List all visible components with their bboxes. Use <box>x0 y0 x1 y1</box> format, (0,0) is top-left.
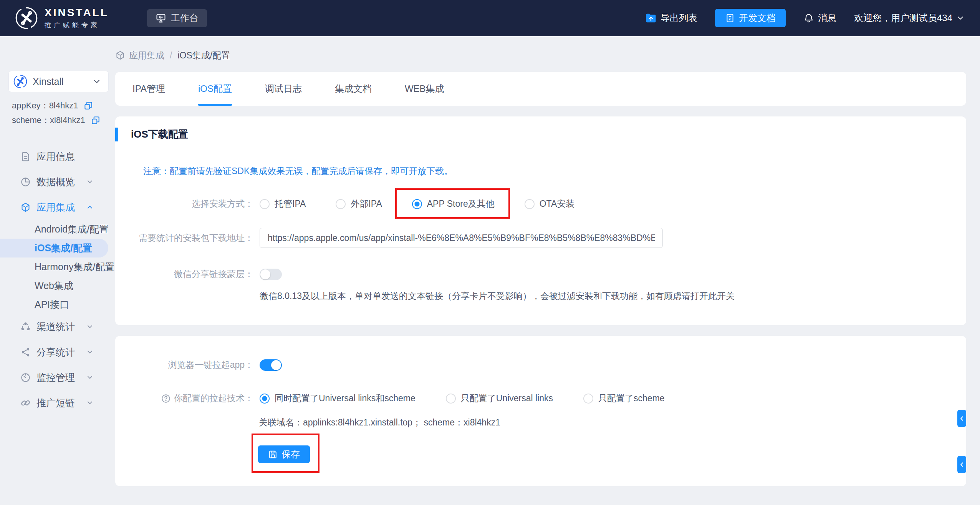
browser-launch-toggle[interactable] <box>260 359 282 371</box>
launch-tech-row: 你配置的拉起技术： 同时配置了Universal links和scheme 只配… <box>115 392 966 404</box>
sidebar: Xinstall appKey： 8l4hkz1 <box>0 36 115 486</box>
radio-label: 只配置了scheme <box>598 392 665 404</box>
save-button[interactable]: 保存 <box>258 445 310 463</box>
tabs-bar: IPA管理 iOS配置 调试日志 集成文档 WEB集成 <box>115 72 966 106</box>
sidebar-subitem-label: Android集成/配置 <box>35 223 109 236</box>
radio-ota[interactable]: OTA安装 <box>525 198 575 210</box>
sidebar-item-ios-integration[interactable]: iOS集成/配置 <box>0 239 108 257</box>
user-greeting: 欢迎您，用户测试员434 <box>854 12 952 24</box>
tab-web-integration[interactable]: WEB集成 <box>405 72 444 106</box>
sidebar-item-label: 分享统计 <box>36 346 75 359</box>
launch-tech-radios: 同时配置了Universal links和scheme 只配置了Universa… <box>260 392 665 404</box>
sidebar-subitem-label: Web集成 <box>35 279 73 292</box>
wechat-mask-toggle[interactable] <box>260 269 282 280</box>
sidebar-item-label: 数据概览 <box>36 176 75 188</box>
brand-logo[interactable]: XINSTALL 推广赋能专家 <box>14 5 109 31</box>
radio-label: 外部IPA <box>351 198 382 210</box>
navbar-right: 导出列表 开发文档 消息 欢迎您，用户测试员434 <box>645 9 965 27</box>
breadcrumb-current: iOS集成/配置 <box>177 50 230 61</box>
breadcrumb-separator: / <box>170 50 172 61</box>
sidebar-menu: 应用信息 数据概览 <box>0 144 115 415</box>
save-button-wrap: 保存 <box>258 445 310 463</box>
export-list-label: 导出列表 <box>661 12 697 24</box>
launch-tech-label-wrap: 你配置的拉起技术： <box>115 392 253 404</box>
radio-external-ipa[interactable]: 外部IPA <box>336 198 382 210</box>
page: XINSTALL 推广赋能专家 工作台 导出列表 <box>0 0 980 505</box>
messages-button[interactable]: 消息 <box>803 12 836 24</box>
sidebar-item-channel-stats[interactable]: 渠道统计 <box>0 314 115 339</box>
workbench-button[interactable]: 工作台 <box>147 9 207 27</box>
user-menu[interactable]: 欢迎您，用户测试员434 <box>854 12 965 24</box>
save-label: 保存 <box>281 448 300 460</box>
card-header: iOS下载配置 <box>115 116 966 152</box>
download-url-input[interactable] <box>260 228 663 248</box>
collapse-panel-button[interactable] <box>957 410 966 427</box>
radio-circle-icon <box>260 199 270 209</box>
question-circle-icon[interactable] <box>161 394 171 404</box>
wechat-mask-description: 微信8.0.13及以上版本，单对单发送的文本链接（分享卡片不受影响），会被过滤安… <box>260 290 966 302</box>
sidebar-item-app-integration[interactable]: 应用集成 <box>0 194 115 220</box>
dev-docs-label: 开发文档 <box>739 12 776 24</box>
app-selector-value: Xinstall <box>33 76 64 87</box>
bell-icon <box>803 13 814 23</box>
sidebar-item-label: 应用信息 <box>36 150 75 163</box>
radio-circle-icon <box>525 199 535 209</box>
launch-tech-label: 你配置的拉起技术： <box>174 392 253 404</box>
chevron-down-icon <box>86 323 94 331</box>
tab-ipa-manage[interactable]: IPA管理 <box>132 72 165 106</box>
scheme-label: scheme： <box>12 115 50 126</box>
radio-circle-icon <box>446 394 456 404</box>
associated-domain-text: 关联域名：applinks:8l4hkz1.xinstall.top； sche… <box>259 417 966 429</box>
radio-universal-only[interactable]: 只配置了Universal links <box>446 392 553 404</box>
xinstall-logo-icon <box>14 5 39 31</box>
sidebar-item-web-integration[interactable]: Web集成 <box>0 276 115 295</box>
breadcrumb: 应用集成 / iOS集成/配置 <box>115 49 966 62</box>
export-list-button[interactable]: 导出列表 <box>645 12 697 24</box>
sidebar-item-harmony-integration[interactable]: Harmony集成/配置 <box>0 257 115 276</box>
accent-bar <box>115 128 118 141</box>
copy-appkey-icon[interactable] <box>83 101 93 111</box>
ios-download-config-card: iOS下载配置 注意：配置前请先验证SDK集成效果无误，配置完成后请保存，即可开… <box>115 116 966 325</box>
sidebar-item-monitor[interactable]: 监控管理 <box>0 365 115 390</box>
chevron-up-icon <box>86 203 94 211</box>
radio-label: 同时配置了Universal links和scheme <box>275 392 416 404</box>
app-keys: appKey： 8l4hkz1 scheme： xi8l4hkz1 <box>12 98 115 128</box>
browser-launch-label: 浏览器一键拉起app： <box>115 359 253 371</box>
sidebar-item-data-overview[interactable]: 数据概览 <box>0 169 115 194</box>
sidebar-item-short-link[interactable]: 推广短链 <box>0 390 115 415</box>
copy-scheme-icon[interactable] <box>91 115 101 125</box>
sidebar-item-api[interactable]: API接口 <box>0 295 115 314</box>
sidebar-item-label: 推广短链 <box>36 397 75 409</box>
tab-ios-config[interactable]: iOS配置 <box>198 72 232 106</box>
tab-debug-log[interactable]: 调试日志 <box>265 72 302 106</box>
sidebar-item-label: 渠道统计 <box>36 321 75 333</box>
dev-docs-button[interactable]: 开发文档 <box>715 9 786 27</box>
sidebar-item-share-stats[interactable]: 分享统计 <box>0 339 115 365</box>
notice-text: 注意：配置前请先验证SDK集成效果无误，配置完成后请保存，即可开放下载。 <box>143 165 966 177</box>
brand-text: XINSTALL 推广赋能专家 <box>45 7 109 30</box>
sidebar-item-android-integration[interactable]: Android集成/配置 <box>0 220 115 239</box>
appkey-label: appKey： <box>12 100 49 111</box>
radio-circle-icon <box>583 394 593 404</box>
radio-label: APP Store及其他 <box>427 198 495 210</box>
download-url-row: 需要统计的安装包下载地址： <box>115 228 966 248</box>
radio-universal-and-scheme[interactable]: 同时配置了Universal links和scheme <box>260 392 416 404</box>
messages-label: 消息 <box>818 12 836 24</box>
save-icon <box>268 450 278 459</box>
radio-scheme-only[interactable]: 只配置了scheme <box>583 392 665 404</box>
tab-integration-docs[interactable]: 集成文档 <box>335 72 372 106</box>
breadcrumb-section[interactable]: 应用集成 <box>129 50 164 61</box>
chevron-down-icon <box>86 178 94 186</box>
radio-hosted-ipa[interactable]: 托管IPA <box>260 198 306 210</box>
download-url-label: 需要统计的安装包下载地址： <box>115 232 253 244</box>
app-selector-dropdown[interactable]: Xinstall <box>8 71 109 92</box>
chevron-down-icon <box>956 14 965 22</box>
nodes-circle-icon <box>20 322 31 332</box>
radio-label: OTA安装 <box>540 198 575 210</box>
sidebar-subitem-label: API接口 <box>35 298 69 311</box>
main-content: 应用集成 / iOS集成/配置 IPA管理 iOS配置 调试日志 集成文档 WE… <box>115 36 980 486</box>
radio-appstore[interactable]: APP Store及其他 <box>412 198 495 210</box>
collapse-panel-button[interactable] <box>957 456 966 473</box>
sidebar-item-app-info[interactable]: 应用信息 <box>0 144 115 169</box>
brand-name: XINSTALL <box>45 7 109 18</box>
